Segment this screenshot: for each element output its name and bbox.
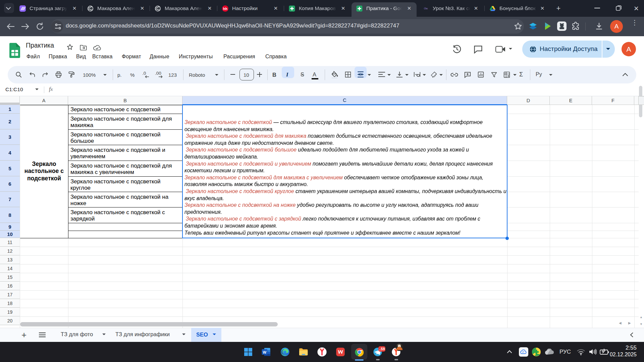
svg-text:hh: hh [223,7,227,10]
svg-text:W: W [263,350,266,354]
svg-text:Om: Om [424,7,428,10]
